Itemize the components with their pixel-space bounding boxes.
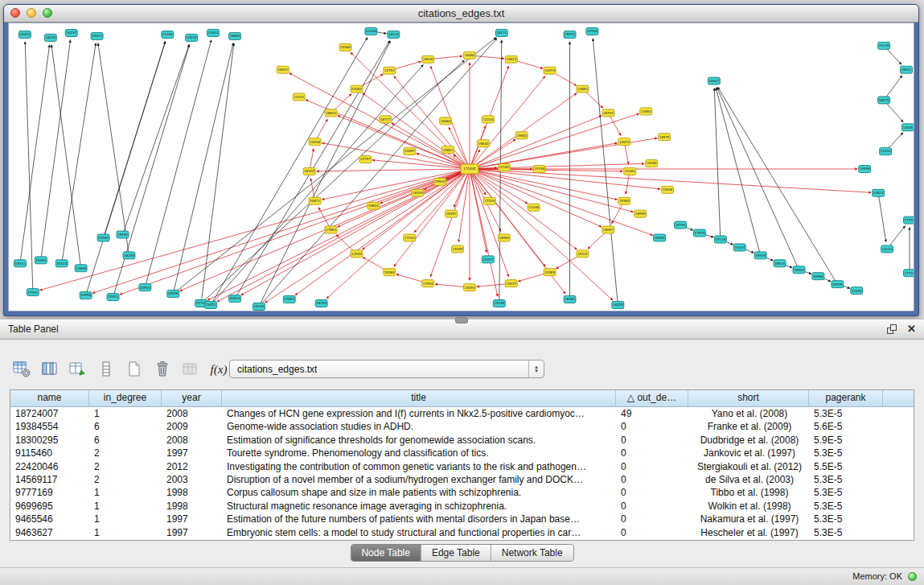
graph-edge[interactable]	[25, 42, 33, 292]
graph-edge[interactable]	[41, 40, 71, 261]
table-cell[interactable]: 0	[616, 500, 688, 513]
graph-node[interactable]: 20912	[434, 178, 446, 185]
graph-node[interactable]: 17594	[422, 280, 434, 287]
table-cell[interactable]: 6	[89, 434, 162, 447]
table-cell[interactable]: 2003	[162, 473, 222, 486]
import-table-button[interactable]	[180, 359, 201, 380]
graph-edge[interactable]	[295, 169, 470, 295]
graph-node[interactable]: 18717	[380, 116, 392, 123]
graph-edge[interactable]	[201, 43, 234, 303]
graph-node[interactable]: 14435	[902, 124, 914, 131]
table-cell[interactable]: 1	[89, 486, 162, 499]
table-cell[interactable]: 2008	[162, 407, 222, 420]
table-cell[interactable]: 5.3E-5	[809, 513, 883, 525]
graph-node[interactable]: 18130	[44, 34, 56, 41]
graph-node[interactable]: 17919	[693, 229, 705, 237]
graph-node[interactable]: 14401	[207, 29, 220, 36]
close-window-button[interactable]	[10, 8, 20, 18]
table-cell[interactable]: Corpus callosum shape and size in male p…	[222, 486, 616, 499]
table-cell[interactable]: 5.3E-5	[809, 500, 883, 513]
graph-node[interactable]: 19801	[368, 202, 380, 209]
graph-node[interactable]: 15901	[107, 294, 119, 301]
graph-node[interactable]: 15494	[618, 197, 630, 204]
table-row[interactable]: 2242004622012Investigating the contribut…	[10, 460, 914, 473]
graph-node[interactable]: 16083	[440, 117, 452, 125]
graph-node[interactable]: 22060	[339, 43, 351, 51]
graph-node[interactable]: 17853	[325, 226, 337, 233]
table-row[interactable]: 969969511998Structural magnetic resonanc…	[10, 500, 914, 513]
tab-network-table[interactable]: Network Table	[491, 545, 573, 561]
graph-node[interactable]: 12757	[359, 156, 372, 163]
graph-node[interactable]: 18057	[602, 226, 614, 233]
table-cell[interactable]: 0	[616, 420, 688, 433]
graph-node[interactable]: 19050	[80, 292, 92, 299]
table-cell[interactable]: Structural magnetic resonance image aver…	[222, 500, 616, 513]
table-cell[interactable]: Estimation of significance thresholds fo…	[222, 434, 616, 447]
table-cell[interactable]: 2	[89, 460, 162, 473]
table-source-dropdown[interactable]: citations_edges.txt ▲ ▼	[229, 360, 544, 378]
table-row[interactable]: 1456911722003Disruption of a novel membe…	[10, 473, 914, 486]
graph-node[interactable]: 18465	[654, 234, 666, 241]
graph-node[interactable]: 17731	[904, 216, 914, 224]
graph-node[interactable]: 16359	[315, 300, 327, 307]
table-cell[interactable]: 1	[89, 513, 162, 525]
graph-node[interactable]: 14430	[880, 148, 892, 155]
network-canvas[interactable]: 1724021216115494180571531212485192471635…	[9, 23, 914, 311]
graph-node[interactable]: 18302	[303, 167, 315, 175]
graph-node[interactable]: 12544	[351, 250, 363, 257]
table-cell[interactable]: 1	[89, 500, 162, 513]
table-row[interactable]: 1830029562008Estimation of significance …	[10, 434, 914, 447]
graph-node[interactable]: 19563	[515, 132, 528, 139]
table-cell[interactable]: 9115460	[10, 447, 89, 459]
table-cell[interactable]: Embryonic stem cells: a model to study s…	[222, 526, 616, 539]
column-header-in_degree[interactable]: in_degree	[89, 390, 162, 406]
graph-node[interactable]: 22063	[351, 85, 363, 93]
graph-node[interactable]: 15295	[117, 231, 129, 238]
graph-node[interactable]: 17732	[904, 270, 914, 277]
graph-edge[interactable]	[122, 44, 189, 234]
graph-node[interactable]: 20657	[404, 148, 416, 155]
graph-edge[interactable]	[470, 93, 577, 169]
graph-node[interactable]: 18311	[14, 260, 26, 267]
graph-node[interactable]: 15284	[35, 257, 47, 264]
graph-node[interactable]: 16351	[446, 210, 458, 217]
graph-node[interactable]: 16226	[167, 290, 179, 298]
table-cell[interactable]: 18724007	[10, 407, 89, 420]
graph-edge[interactable]	[470, 126, 486, 169]
graph-node[interactable]: 19821	[442, 146, 454, 154]
table-cell[interactable]: 1998	[162, 500, 222, 513]
table-cell[interactable]: 9777169	[10, 486, 89, 499]
column-header-name[interactable]: name	[10, 390, 89, 406]
table-cell[interactable]: 1	[89, 526, 162, 539]
graph-edge[interactable]	[173, 43, 233, 295]
graph-edge[interactable]	[326, 169, 470, 299]
column-header-pagerank[interactable]: pagerank	[809, 390, 883, 406]
table-cell[interactable]: 2008	[162, 434, 222, 447]
graph-edge[interactable]	[470, 76, 545, 169]
graph-node[interactable]: 16001	[277, 66, 289, 73]
table-cell[interactable]: 9465546	[10, 513, 89, 525]
graph-node[interactable]: 15221	[91, 32, 103, 39]
graph-node[interactable]: 18255	[123, 252, 135, 259]
graph-edge[interactable]	[470, 169, 613, 300]
table-cell[interactable]: Jankovic et al. (1997)	[688, 447, 809, 459]
graph-node[interactable]: 12161	[624, 167, 636, 175]
graph-edge[interactable]	[120, 169, 470, 295]
graph-node[interactable]: 12485	[544, 269, 556, 276]
table-row[interactable]: 1938455462009Genome-wide association stu…	[10, 420, 914, 433]
graph-node[interactable]: 10814	[873, 189, 885, 196]
graph-node[interactable]: 12100	[881, 245, 893, 253]
table-cell[interactable]: 1997	[162, 526, 222, 539]
graph-node[interactable]: 16647	[708, 77, 720, 84]
graph-node[interactable]: 16794	[675, 221, 687, 229]
graph-edge[interactable]	[322, 169, 470, 200]
graph-node[interactable]: 19245	[832, 281, 844, 288]
table-cell[interactable]: 2	[89, 473, 162, 486]
graph-node[interactable]: 19613	[505, 56, 517, 63]
table-cell[interactable]: 5.3E-5	[809, 407, 883, 420]
graph-node[interactable]: 16225	[612, 302, 624, 309]
graph-node[interactable]: 14850	[577, 85, 589, 93]
table-cell[interactable]: Hescheler et al. (1997)	[688, 526, 809, 539]
graph-edge[interactable]	[470, 169, 498, 296]
table-cell[interactable]: 2012	[162, 460, 222, 473]
